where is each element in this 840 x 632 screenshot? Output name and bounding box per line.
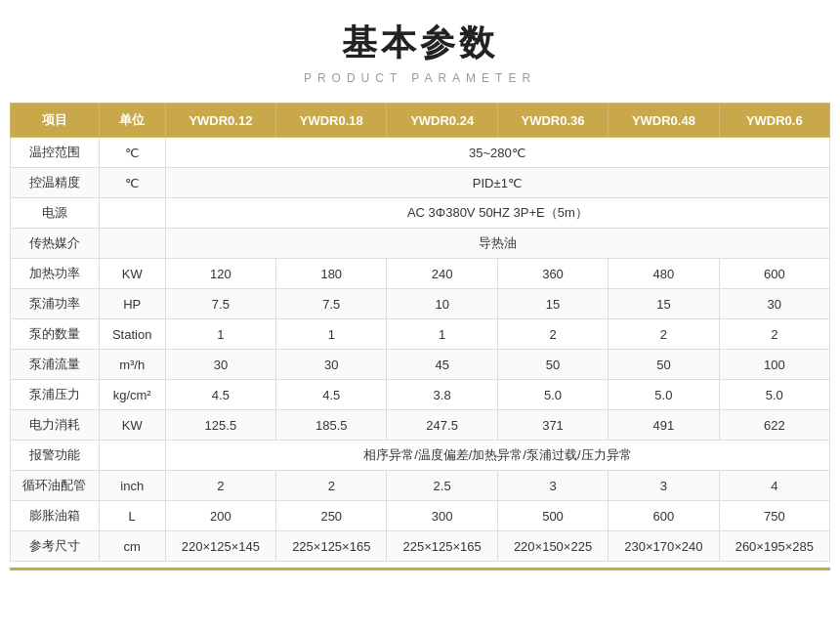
bottom-line <box>10 568 830 570</box>
cell-item-11: 循环油配管 <box>11 471 100 501</box>
cell-val-5-1: 7.5 <box>276 289 387 319</box>
cell-val-5-4: 15 <box>609 289 719 319</box>
cell-val-6-0: 1 <box>165 319 275 350</box>
cell-merged-2: AC 3Φ380V 50HZ 3P+E（5m） <box>165 198 829 229</box>
cell-merged-10: 相序异常/温度偏差/加热异常/泵浦过载/压力异常 <box>165 441 829 471</box>
cell-item-6: 泵的数量 <box>11 319 100 350</box>
table-row: 泵浦功率HP7.57.510151530 <box>11 289 830 319</box>
cell-val-8-0: 4.5 <box>165 380 275 410</box>
table-row: 控温精度℃PID±1℃ <box>11 168 830 198</box>
cell-item-2: 电源 <box>11 198 100 229</box>
page-subtitle: PRODUCT PARAMETER <box>304 71 536 85</box>
cell-val-6-5: 2 <box>719 319 829 350</box>
cell-val-9-1: 185.5 <box>276 410 387 441</box>
cell-val-4-3: 360 <box>497 259 608 289</box>
table-row: 传热媒介导热油 <box>11 229 830 259</box>
cell-val-6-4: 2 <box>609 319 719 350</box>
cell-val-8-3: 5.0 <box>497 380 608 410</box>
cell-val-9-4: 491 <box>609 410 719 441</box>
cell-item-3: 传热媒介 <box>11 229 100 259</box>
cell-val-12-2: 300 <box>387 501 497 531</box>
cell-val-4-2: 240 <box>387 259 497 289</box>
cell-item-12: 膨胀油箱 <box>11 501 100 531</box>
table-row: 膨胀油箱L200250300500600750 <box>11 501 830 531</box>
table-row: 报警功能相序异常/温度偏差/加热异常/泵浦过载/压力异常 <box>11 441 830 471</box>
table-row: 电源AC 3Φ380V 50HZ 3P+E（5m） <box>11 198 830 229</box>
cell-val-4-0: 120 <box>165 259 275 289</box>
page-title: 基本参数 <box>342 20 498 67</box>
table-row: 泵浦流量m³/h3030455050100 <box>11 350 830 380</box>
cell-val-6-3: 2 <box>497 319 608 350</box>
cell-merged-3: 导热油 <box>165 229 829 259</box>
cell-merged-1: PID±1℃ <box>165 168 829 198</box>
cell-item-7: 泵浦流量 <box>11 350 100 380</box>
cell-val-7-3: 50 <box>497 350 608 380</box>
cell-val-11-2: 2.5 <box>387 471 497 501</box>
cell-val-9-2: 247.5 <box>387 410 497 441</box>
table-row: 电力消耗KW125.5185.5247.5371491622 <box>11 410 830 441</box>
table-row: 温控范围℃35~280℃ <box>11 138 830 168</box>
cell-item-0: 温控范围 <box>11 138 100 168</box>
cell-val-4-4: 480 <box>609 259 719 289</box>
cell-val-6-2: 1 <box>387 319 497 350</box>
header-cell-0: 项目 <box>11 104 100 138</box>
cell-unit-9: KW <box>99 410 165 441</box>
cell-val-5-2: 10 <box>387 289 497 319</box>
cell-val-11-0: 2 <box>165 471 275 501</box>
cell-val-12-4: 600 <box>609 501 719 531</box>
cell-merged-0: 35~280℃ <box>165 138 829 168</box>
header-cell-4: YWDR0.24 <box>387 104 497 138</box>
header-cell-5: YWDR0.36 <box>497 104 608 138</box>
cell-unit-2 <box>99 198 165 229</box>
cell-val-13-0: 220×125×145 <box>165 531 275 562</box>
cell-unit-10 <box>99 441 165 471</box>
cell-val-4-5: 600 <box>719 259 829 289</box>
cell-val-7-2: 45 <box>387 350 497 380</box>
cell-val-5-0: 7.5 <box>165 289 275 319</box>
cell-val-12-1: 250 <box>276 501 387 531</box>
cell-val-12-5: 750 <box>719 501 829 531</box>
table-row: 参考尺寸cm220×125×145225×125×165225×125×1652… <box>11 531 830 562</box>
cell-val-13-4: 230×170×240 <box>609 531 719 562</box>
cell-val-5-3: 15 <box>497 289 608 319</box>
cell-val-12-3: 500 <box>497 501 608 531</box>
cell-unit-0: ℃ <box>99 138 165 168</box>
cell-unit-11: inch <box>99 471 165 501</box>
header-cell-2: YWDR0.12 <box>165 104 275 138</box>
header-cell-3: YWDR0.18 <box>276 104 387 138</box>
cell-val-8-4: 5.0 <box>609 380 719 410</box>
cell-val-13-5: 260×195×285 <box>719 531 829 562</box>
cell-val-9-5: 622 <box>719 410 829 441</box>
cell-item-13: 参考尺寸 <box>11 531 100 562</box>
table-row: 泵浦压力kg/cm²4.54.53.85.05.05.0 <box>11 380 830 410</box>
cell-val-11-1: 2 <box>276 471 387 501</box>
cell-item-8: 泵浦压力 <box>11 380 100 410</box>
cell-unit-6: Station <box>99 319 165 350</box>
table-row: 循环油配管inch222.5334 <box>11 471 830 501</box>
cell-unit-5: HP <box>99 289 165 319</box>
cell-item-9: 电力消耗 <box>11 410 100 441</box>
params-table: 项目单位YWDR0.12YWDR0.18YWDR0.24YWDR0.36YWDR… <box>10 103 830 562</box>
cell-val-13-2: 225×125×165 <box>387 531 497 562</box>
cell-val-9-0: 125.5 <box>165 410 275 441</box>
cell-val-4-1: 180 <box>276 259 387 289</box>
cell-item-5: 泵浦功率 <box>11 289 100 319</box>
cell-val-13-3: 220×150×225 <box>497 531 608 562</box>
cell-unit-13: cm <box>99 531 165 562</box>
header-cell-7: YWDR0.6 <box>719 104 829 138</box>
cell-val-8-5: 5.0 <box>719 380 829 410</box>
cell-val-13-1: 225×125×165 <box>276 531 387 562</box>
cell-val-6-1: 1 <box>276 319 387 350</box>
cell-unit-12: L <box>99 501 165 531</box>
cell-item-4: 加热功率 <box>11 259 100 289</box>
cell-unit-4: KW <box>99 259 165 289</box>
cell-unit-7: m³/h <box>99 350 165 380</box>
cell-item-10: 报警功能 <box>11 441 100 471</box>
cell-unit-1: ℃ <box>99 168 165 198</box>
cell-val-7-1: 30 <box>276 350 387 380</box>
table-header-row: 项目单位YWDR0.12YWDR0.18YWDR0.24YWDR0.36YWDR… <box>11 104 830 138</box>
cell-val-7-5: 100 <box>719 350 829 380</box>
cell-val-11-4: 3 <box>609 471 719 501</box>
cell-val-7-4: 50 <box>609 350 719 380</box>
cell-val-7-0: 30 <box>165 350 275 380</box>
